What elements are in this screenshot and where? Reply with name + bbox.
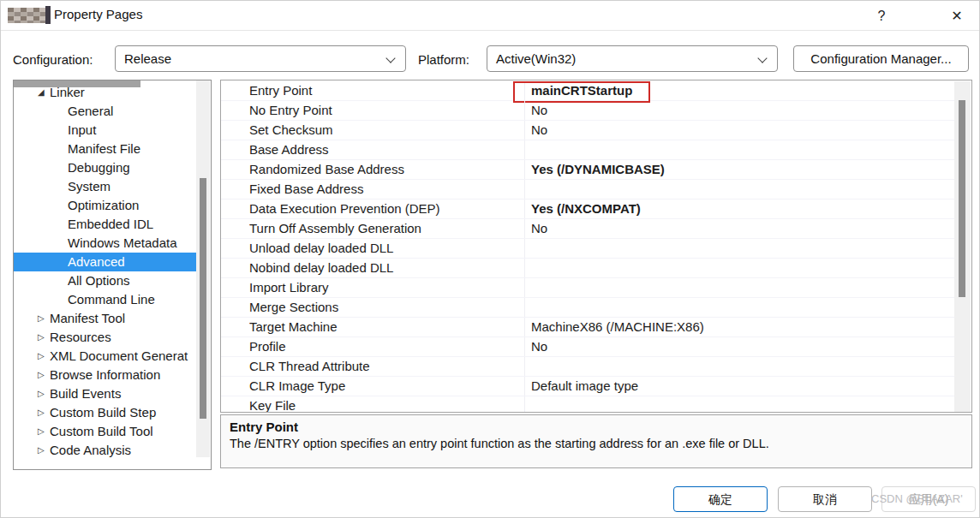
property-value[interactable]: No [525,121,954,140]
tree-expanded-icon[interactable]: ◢ [38,83,50,102]
apply-button[interactable]: 应用(A) [881,486,976,512]
tree-item-advanced[interactable]: Advanced [14,253,196,271]
property-value[interactable]: mainCRTStartup [525,81,954,100]
property-row-randomized-base-address[interactable]: Randomized Base AddressYes (/DYNAMICBASE… [221,160,954,180]
property-row-fixed-base-address[interactable]: Fixed Base Address [221,180,954,199]
tree-item-custom-build-step[interactable]: ▷Custom Build Step [14,403,196,422]
property-value[interactable] [525,239,954,258]
property-row-entry-point[interactable]: Entry PointmainCRTStartup [221,81,954,101]
tree-item-windows-metadata[interactable]: Windows Metadata [14,234,196,253]
tree-item-label: Custom Build Step [50,405,156,420]
tree-collapsed-icon[interactable]: ▷ [38,347,50,366]
description-title: Entry Point [221,415,971,434]
property-row-set-checksum[interactable]: Set ChecksumNo [221,121,954,140]
tree-collapsed-icon[interactable]: ▷ [38,403,50,422]
tree-collapsed-icon[interactable]: ▷ [38,309,50,328]
tree-items: ◢LinkerGeneralInputManifest FileDebuggin… [14,83,196,460]
configuration-manager-button[interactable]: Configuration Manager... [793,45,969,72]
property-value[interactable] [525,180,954,199]
property-row-merge-sections[interactable]: Merge Sections [221,298,954,318]
ok-button[interactable]: 确定 [673,486,768,512]
property-row-data-execution-prevention-dep[interactable]: Data Execution Prevention (DEP)Yes (/NXC… [221,199,954,219]
tree-item-system[interactable]: System [14,177,196,196]
property-grid-panel: Entry PointmainCRTStartupNo Entry PointN… [220,80,972,413]
help-icon[interactable]: ? [864,4,899,28]
tree-item-custom-build-tool[interactable]: ▷Custom Build Tool [14,422,196,441]
tree-item-label: XML Document Generat [50,348,188,363]
property-value[interactable]: No [525,101,954,120]
tree-item-label: Command Line [68,292,155,307]
tree-item-manifest-file[interactable]: Manifest File [14,140,196,158]
property-row-nobind-delay-loaded-dll[interactable]: Nobind delay loaded DLL [221,259,954,278]
tree-item-all-options[interactable]: All Options [14,271,196,290]
property-name: Base Address [221,140,525,159]
tree-item-label: Optimization [68,198,139,212]
property-name: Profile [221,337,525,356]
tree-item-embedded-idl[interactable]: Embedded IDL [14,215,196,234]
property-row-no-entry-point[interactable]: No Entry PointNo [221,101,954,121]
property-value[interactable] [525,396,954,413]
tree-collapsed-icon[interactable]: ▷ [38,441,50,460]
redacted-project-name-blur-end [45,6,51,24]
tree-item-label: Windows Metadata [68,235,177,250]
property-row-clr-image-type[interactable]: CLR Image TypeDefault image type [221,377,954,396]
platform-dropdown[interactable]: Active(Win32) [487,45,778,72]
property-value[interactable] [525,259,954,277]
tree-item-debugging[interactable]: Debugging [14,158,196,177]
property-name: Nobind delay loaded DLL [221,259,525,277]
property-row-import-library[interactable]: Import Library [221,278,954,298]
property-row-turn-off-assembly-generation[interactable]: Turn Off Assembly GenerationNo [221,219,954,239]
tree-item-input[interactable]: Input [14,121,196,140]
property-value[interactable]: Yes (/NXCOMPAT) [525,199,954,218]
tree-item-label: Manifest Tool [50,311,125,325]
property-value[interactable] [525,140,954,159]
tree-collapsed-icon[interactable]: ▷ [38,384,50,403]
tree-item-manifest-tool[interactable]: ▷Manifest Tool [14,309,196,328]
property-row-clr-thread-attribute[interactable]: CLR Thread Attribute [221,357,954,377]
description-text: The /ENTRY option specifies an entry poi… [221,434,971,450]
tree-item-optimization[interactable]: Optimization [14,196,196,215]
grid-vertical-scrollbar-thumb[interactable] [959,100,965,297]
property-name: Merge Sections [221,298,525,317]
property-row-key-file[interactable]: Key File [221,396,954,413]
tree-item-command-line[interactable]: Command Line [14,290,196,309]
tree-collapsed-icon[interactable]: ▷ [38,366,50,384]
property-value[interactable] [525,357,954,376]
property-value[interactable] [525,278,954,297]
tree-item-label: Browse Information [50,367,160,382]
configuration-dropdown[interactable]: Release [115,45,406,72]
property-value[interactable]: Default image type [525,377,954,396]
grid-vertical-scrollbar[interactable] [954,81,971,412]
close-icon[interactable]: ✕ [940,4,974,28]
tree-item-resources[interactable]: ▷Resources [14,328,196,347]
property-value[interactable]: No [525,337,954,356]
tree-item-code-analysis[interactable]: ▷Code Analysis [14,441,196,460]
property-row-profile[interactable]: ProfileNo [221,337,954,357]
property-name: Import Library [221,278,525,297]
window-title: Property Pages [54,7,142,21]
property-name: Data Execution Prevention (DEP) [221,199,525,218]
tree-item-label: Embedded IDL [68,217,153,231]
tree-item-xml-document-generat[interactable]: ▷XML Document Generat [14,347,196,366]
tree-collapsed-icon[interactable]: ▷ [38,422,50,441]
tree-item-label: Debugging [68,160,130,175]
tree-vertical-scrollbar-thumb[interactable] [200,178,206,419]
tree-vertical-scrollbar[interactable] [196,80,210,457]
tree-item-browse-information[interactable]: ▷Browse Information [14,366,196,384]
property-row-base-address[interactable]: Base Address [221,140,954,160]
property-value[interactable]: MachineX86 (/MACHINE:X86) [525,318,954,336]
platform-value: Active(Win32) [496,51,576,66]
tree-item-label: Custom Build Tool [50,424,153,438]
tree-item-linker[interactable]: ◢Linker [14,83,196,102]
property-name: Set Checksum [221,121,525,140]
tree-collapsed-icon[interactable]: ▷ [38,328,50,347]
property-value[interactable] [525,298,954,317]
tree-item-build-events[interactable]: ▷Build Events [14,384,196,403]
property-value[interactable]: No [525,219,954,238]
property-row-unload-delay-loaded-dll[interactable]: Unload delay loaded DLL [221,239,954,259]
property-value[interactable]: Yes (/DYNAMICBASE) [525,160,954,179]
property-name: Entry Point [221,81,525,100]
tree-item-general[interactable]: General [14,102,196,121]
property-row-target-machine[interactable]: Target MachineMachineX86 (/MACHINE:X86) [221,318,954,337]
cancel-button[interactable]: 取消 [778,486,872,512]
